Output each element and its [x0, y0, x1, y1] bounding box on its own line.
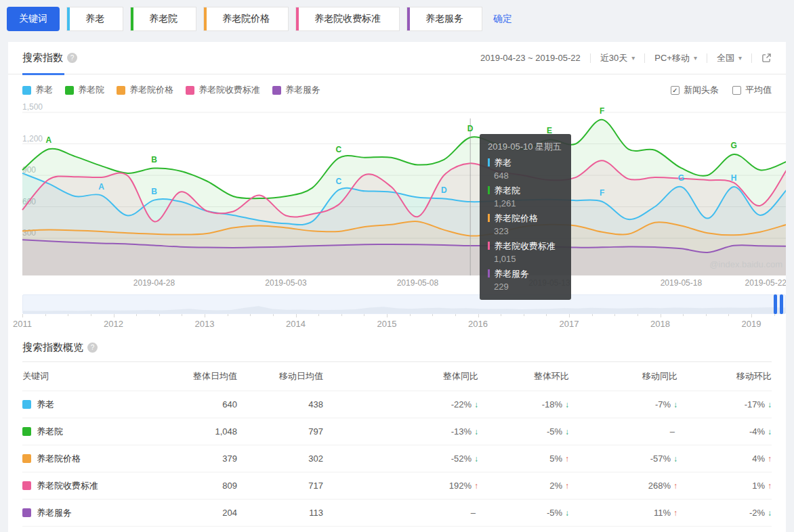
axis-tick: [432, 314, 433, 316]
external-link-icon[interactable]: [761, 53, 772, 63]
news-marker-d[interactable]: D: [467, 124, 474, 133]
help-icon[interactable]: ?: [87, 342, 98, 353]
news-marker-g[interactable]: G: [678, 173, 684, 183]
keyword-name: 养老服务: [37, 507, 72, 519]
news-marker-b[interactable]: B: [151, 155, 157, 164]
mobile-mom: -2%↓: [677, 508, 772, 518]
news-marker-h[interactable]: H: [731, 173, 737, 183]
tooltip-swatch: [488, 269, 490, 278]
chevron-down-icon: ▾: [631, 54, 635, 62]
news-marker-f[interactable]: F: [600, 188, 604, 198]
keyword-swatch: [22, 508, 31, 517]
column-header: 移动日均值: [237, 370, 323, 382]
trend-arrow-icon: ↓: [768, 400, 772, 409]
average-checkbox[interactable]: 平均值: [732, 84, 772, 96]
news-marker-g[interactable]: G: [731, 141, 737, 150]
legend-row: 养老 养老院 养老院价格 养老院收费标准 养老服务 ✓ 新闻头条: [8, 74, 786, 96]
search-index-card: 搜索指数 ? 2019-04-23 ~ 2019-05-22 近30天 ▾ PC…: [8, 42, 786, 532]
legend-swatch: [186, 86, 194, 95]
legend-item-yanglao[interactable]: 养老: [22, 84, 53, 96]
axis-tick: [638, 314, 638, 316]
y-axis-label: 1,200: [22, 134, 43, 143]
table-row[interactable]: 养老院价格 379 302 -52%↓ 5%↑ -57%↓ 4%↑: [22, 445, 772, 472]
tooltip-item: 养老 648: [488, 156, 563, 181]
checkbox-checked-icon: ✓: [671, 86, 680, 95]
legend-item-yanglaoyuan[interactable]: 养老院: [65, 84, 104, 96]
chart-header: 搜索指数 ? 2019-04-23 ~ 2019-05-22 近30天 ▾ PC…: [8, 42, 786, 74]
axis-tick: [661, 314, 661, 317]
slider-handle-right[interactable]: [780, 294, 783, 314]
tooltip-swatch: [488, 214, 490, 222]
legend-label: 养老: [35, 84, 53, 96]
keyword-tag-shoufeibiaozhun[interactable]: 养老院收费标准: [295, 7, 400, 31]
keywords-button[interactable]: 关键词: [7, 7, 60, 31]
news-marker-a[interactable]: A: [98, 182, 104, 192]
overview-title: 搜索指数概览: [22, 341, 83, 354]
axis-tick: [68, 314, 68, 316]
x-axis-label: 2019-05-08: [397, 278, 438, 288]
axis-tick: [592, 314, 593, 316]
time-range-select[interactable]: 近30天 ▾: [600, 52, 635, 64]
axis-tick: [250, 314, 251, 316]
region-value: 全国: [717, 52, 734, 64]
region-select[interactable]: 全国 ▾: [717, 52, 742, 64]
mobile-mom: 4%↑: [677, 453, 772, 464]
divider: [644, 53, 645, 63]
table-row[interactable]: 养老院收费标准 809 717 192%↑ 2%↑ 268%↑ 1%↑: [22, 472, 772, 500]
overall-avg: 640: [158, 399, 237, 409]
overall-yoy: -22%↓: [323, 399, 478, 409]
legend-swatch: [272, 86, 281, 95]
search-index-chart[interactable]: 3006009001,2001,500ABCDEFGABCDFGH @index…: [22, 108, 786, 290]
overall-mom: 2%↑: [478, 481, 569, 491]
mobile-yoy: -7%↓: [569, 399, 677, 409]
date-range[interactable]: 2019-04-23 ~ 2019-05-22: [480, 53, 581, 63]
table-row[interactable]: 养老服务 204 113 – -5%↓ 11%↑ -2%↓: [22, 500, 772, 527]
mobile-mom: 1%↑: [677, 481, 772, 491]
help-icon[interactable]: ?: [67, 53, 77, 63]
slider-track[interactable]: [22, 294, 786, 314]
slider-handle-left[interactable]: [774, 294, 777, 314]
keyword-name: 养老院: [37, 426, 63, 438]
axis-tick: [728, 314, 729, 316]
keyword-tag-jiage[interactable]: 养老院价格: [203, 7, 289, 31]
axis-tick: [706, 314, 707, 316]
axis-tick: [205, 314, 205, 317]
axis-tick: [683, 314, 684, 316]
table-row[interactable]: 养老院 1,048 797 -13%↓ -5%↓ – -4%↓: [22, 418, 772, 445]
news-headlines-checkbox[interactable]: ✓ 新闻头条: [671, 84, 719, 96]
axis-tick: [22, 314, 23, 317]
news-marker-a[interactable]: A: [46, 135, 52, 145]
news-marker-c[interactable]: C: [335, 177, 341, 186]
news-marker-b[interactable]: B: [151, 187, 157, 196]
tooltip-date: 2019-05-10 星期五: [488, 141, 563, 153]
mobile-mom: -4%↓: [677, 426, 772, 437]
news-marker-c[interactable]: C: [335, 145, 341, 154]
news-marker-f[interactable]: F: [600, 106, 604, 116]
watermark: @index.baidu.com: [709, 259, 782, 269]
trend-arrow-icon: ↓: [768, 427, 772, 437]
tab-search-index[interactable]: 搜索指数 ?: [22, 42, 77, 74]
legend-item-jiage[interactable]: 养老院价格: [117, 84, 173, 96]
keyword-tag-yanglao[interactable]: 养老: [66, 7, 123, 31]
tooltip-value: 648: [494, 171, 563, 181]
tooltip-keyword: 养老服务: [494, 269, 529, 279]
time-range-value: 近30天: [600, 52, 627, 64]
confirm-link[interactable]: 确定: [493, 13, 512, 25]
device-select[interactable]: PC+移动 ▾: [654, 52, 697, 64]
table-row[interactable]: 养老 640 438 -22%↓ -18%↓ -7%↓ -17%↓: [22, 391, 772, 418]
year-label: 2015: [377, 319, 397, 329]
legend-item-shoufeibiaozhun[interactable]: 养老院收费标准: [186, 84, 260, 96]
keyword-tag-fuwu[interactable]: 养老服务: [406, 7, 482, 31]
keyword-tag-yanglaoyuan[interactable]: 养老院: [130, 7, 196, 31]
keyword-name: 养老: [37, 399, 54, 411]
legend-item-fuwu[interactable]: 养老服务: [272, 84, 320, 96]
news-marker-d[interactable]: D: [441, 185, 447, 195]
chart-controls: 2019-04-23 ~ 2019-05-22 近30天 ▾ PC+移动 ▾ 全…: [480, 52, 772, 64]
tag-color-bar: [296, 7, 299, 30]
axis-tick: [273, 314, 274, 316]
tab-label: 搜索指数: [22, 51, 63, 64]
x-axis-label: 2019-05-18: [661, 278, 702, 288]
axis-tick: [91, 314, 91, 316]
checkbox-label: 新闻头条: [684, 84, 719, 96]
tooltip-value: 229: [494, 282, 563, 292]
